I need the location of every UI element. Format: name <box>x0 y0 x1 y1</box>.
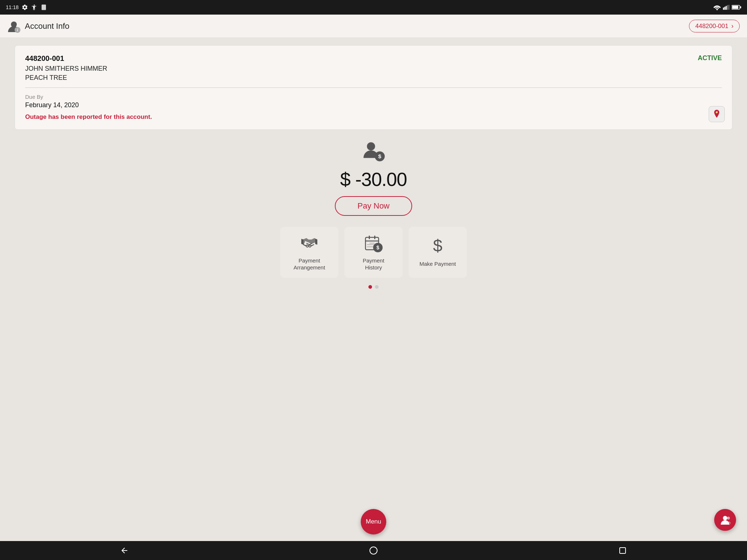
svg-rect-20 <box>374 236 375 239</box>
account-status: ACTIVE <box>698 54 722 62</box>
signal-icon <box>723 4 729 10</box>
calendar-dollar-icon: $ <box>364 234 383 253</box>
pagination-dots <box>15 285 732 289</box>
balance-section: $ $ -30.00 Pay Now <box>15 137 732 219</box>
status-time: 11:18 <box>6 4 19 10</box>
svg-rect-4 <box>727 5 728 10</box>
back-button[interactable] <box>120 546 129 555</box>
svg-text:$: $ <box>376 245 379 250</box>
location-pin-icon: ⚡ <box>712 109 721 119</box>
outage-message: Outage has been reported for this accoun… <box>25 113 722 121</box>
svg-text:i: i <box>17 28 18 32</box>
dollar-icon: $ <box>428 237 447 256</box>
svg-rect-1 <box>723 8 724 10</box>
actions-row: PaymentArrangement $ <box>15 227 732 278</box>
svg-point-29 <box>370 547 377 554</box>
payment-arrangement-label: PaymentArrangement <box>294 257 325 271</box>
recents-button[interactable] <box>618 546 627 555</box>
payment-history-button[interactable]: $ PaymentHistory <box>344 227 403 278</box>
svg-text:$: $ <box>433 237 442 255</box>
make-payment-label: Make Payment <box>419 260 456 268</box>
balance-amount: $ -30.00 <box>340 168 407 190</box>
svg-rect-5 <box>728 5 729 10</box>
svg-text:⚡: ⚡ <box>715 110 719 114</box>
svg-rect-0 <box>42 5 46 10</box>
battery-icon <box>732 4 741 10</box>
user-icon: i <box>7 20 20 33</box>
app-bar: i Account Info 448200-001 › <box>0 15 747 38</box>
due-label: Due By <box>25 94 722 100</box>
svg-rect-7 <box>732 6 738 9</box>
account-location: PEACH TREE <box>25 74 722 82</box>
account-chip-number: 448200-001 <box>695 23 728 30</box>
sim-icon <box>40 4 47 11</box>
account-chip[interactable]: 448200-001 › <box>689 20 740 32</box>
account-number: 448200-001 <box>25 54 64 63</box>
account-name: JOHN SMITHERS HIMMER <box>25 65 722 73</box>
svg-text:$: $ <box>378 153 382 159</box>
menu-fab-button[interactable]: Menu <box>361 509 386 534</box>
payment-history-label: PaymentHistory <box>363 257 384 271</box>
account-card: 448200-001 ACTIVE JOHN SMITHERS HIMMER P… <box>15 45 732 130</box>
recents-square-icon <box>618 546 627 555</box>
svg-point-27 <box>723 516 727 520</box>
chevron-right-icon: › <box>731 22 734 30</box>
wifi-icon <box>713 4 721 10</box>
card-divider <box>25 88 722 88</box>
svg-rect-8 <box>740 6 741 8</box>
dot-1 <box>368 285 372 289</box>
contacts-fab-button[interactable] <box>714 509 736 531</box>
bottom-navigation <box>0 541 747 560</box>
accessibility-icon <box>31 4 38 11</box>
dot-2 <box>375 285 379 289</box>
svg-point-14 <box>367 142 375 150</box>
home-circle-icon <box>369 546 378 555</box>
svg-rect-30 <box>620 548 626 553</box>
due-date: February 14, 2020 <box>25 101 722 109</box>
home-button[interactable] <box>369 546 378 555</box>
contacts-icon <box>720 514 731 525</box>
svg-rect-2 <box>724 7 725 10</box>
back-arrow-icon <box>120 546 129 555</box>
pay-now-button[interactable]: Pay Now <box>335 196 412 216</box>
payment-arrangement-button[interactable]: PaymentArrangement <box>280 227 338 278</box>
svg-rect-19 <box>369 236 370 239</box>
balance-icon: $ <box>361 141 386 163</box>
make-payment-button[interactable]: $ Make Payment <box>409 227 467 278</box>
app-title: Account Info <box>25 22 69 31</box>
status-bar: 11:18 <box>0 0 747 15</box>
handshake-icon <box>300 234 319 253</box>
outage-location-button[interactable]: ⚡ <box>709 106 725 122</box>
gear-icon <box>22 4 28 11</box>
svg-rect-3 <box>726 6 727 10</box>
svg-point-28 <box>727 517 730 520</box>
main-content: 448200-001 ACTIVE JOHN SMITHERS HIMMER P… <box>0 38 747 541</box>
